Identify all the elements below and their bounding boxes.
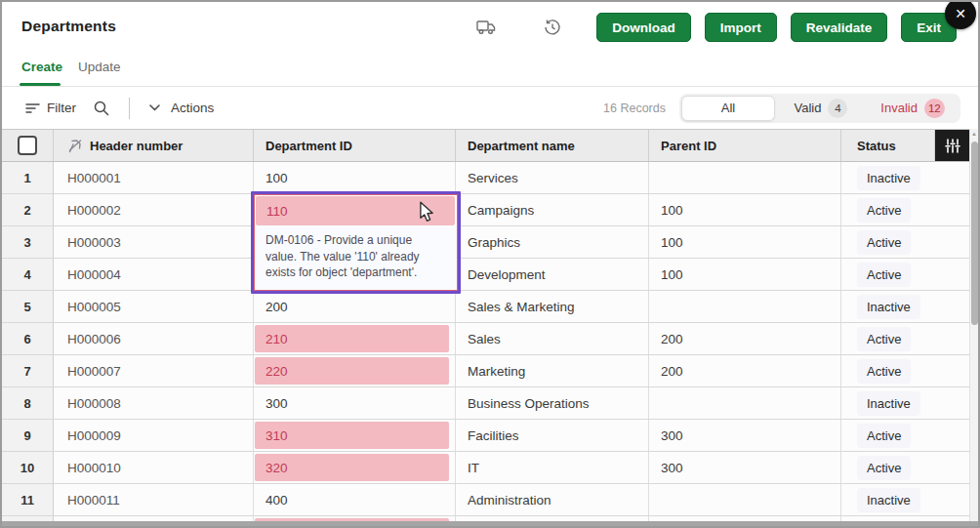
filter-valid[interactable]: Valid 4 [775,96,867,121]
cell-parent-id[interactable]: 100 [649,259,841,290]
tab-create[interactable]: Create [21,60,62,74]
cell-header-number[interactable]: H000007 [54,355,254,386]
filter-all[interactable]: All [681,96,775,121]
cell-department-name[interactable]: Business Operations [456,387,649,419]
cell-parent-id[interactable]: 300 [649,420,841,451]
cell-department-name[interactable]: Services [456,162,649,193]
cell-header-number[interactable]: H000008 [54,387,254,419]
cell-status[interactable]: Inactive [841,484,969,515]
column-parent-id[interactable]: Parent ID [649,130,841,161]
cell-header-number[interactable]: H000002 [54,194,254,225]
cell-department-id[interactable]: 200 [254,291,456,322]
vertical-scrollbar-thumb[interactable] [971,142,978,325]
invalid-count-badge: 12 [924,99,945,118]
select-all-checkbox[interactable] [18,136,37,155]
status-badge: Active [857,263,911,287]
cell-department-name[interactable]: Marketing [456,355,649,386]
vertical-scrollbar[interactable]: ▲ [969,129,978,521]
cell-status[interactable]: Active [841,259,969,290]
cell-status[interactable]: Inactive [841,291,969,322]
cell-parent-id[interactable]: 100 [649,194,841,225]
status-badge: Inactive [857,166,920,190]
scroll-up-arrow[interactable]: ▲ [970,131,978,137]
cell-department-id[interactable]: 220 [254,355,456,386]
cell-status[interactable]: Active [841,323,969,354]
column-status[interactable]: Status [841,130,935,161]
row-number: 2 [2,194,54,225]
table-row: 4 H000004 Development 100 Active [2,259,969,291]
cell-department-name[interactable]: Sales & Marketing [456,291,649,322]
truck-icon[interactable] [475,17,497,38]
cell-department-id[interactable]: 400 [254,484,456,515]
horizontal-scrollbar[interactable] [2,521,978,526]
column-department-id[interactable]: Department ID [254,130,456,161]
cell-parent-id[interactable] [649,162,841,193]
cell-department-id[interactable]: 310 [254,420,456,451]
cell-department-name[interactable]: IT [456,452,649,483]
validation-error-message: DM-0106 - Provide a unique value. The va… [255,225,457,290]
actions-menu-button[interactable]: Actions [149,101,214,115]
row-number: 5 [2,291,54,322]
column-settings-button[interactable] [935,130,969,161]
cell-header-number[interactable]: H000006 [54,323,254,354]
cell-status[interactable]: Active [841,194,969,225]
cell-department-name[interactable]: Administration [456,484,649,515]
chevron-down-icon [149,104,160,111]
cell-header-number[interactable]: H000011 [54,484,254,515]
cell-parent-id[interactable]: 100 [649,226,841,258]
cell-status[interactable]: Active [841,226,969,258]
cell-header-number[interactable]: H000003 [54,226,254,258]
invalid-department-id-cell[interactable]: 110 [256,196,455,225]
filter-invalid[interactable]: Invalid 12 [867,96,959,121]
cell-parent-id[interactable]: 200 [649,355,841,386]
cell-status[interactable]: Inactive [841,162,969,193]
valid-count-badge: 4 [828,99,847,118]
cell-parent-id[interactable]: 300 [649,452,841,483]
cell-department-name[interactable]: Graphics [456,226,649,258]
tab-update[interactable]: Update [78,60,121,74]
history-icon[interactable] [542,17,563,38]
table-row: 10 H000010 320 IT 300 Active [2,452,969,484]
row-number: 3 [2,226,54,258]
cell-department-id[interactable]: 100 [254,162,456,193]
column-header-number[interactable]: Header number [54,130,254,161]
cell-department-id[interactable]: 320 [254,452,456,483]
cell-header-number[interactable]: H000001 [54,162,254,193]
cell-department-name[interactable]: Sales [456,323,649,354]
cell-status[interactable]: Active [841,452,969,483]
column-department-name[interactable]: Department name [456,130,649,161]
cell-header-number[interactable]: H000004 [54,259,254,290]
cell-parent-id[interactable] [649,387,841,419]
close-icon: ✕ [955,6,966,21]
page-title: Departments [21,18,116,35]
cell-department-name[interactable]: Development [456,259,649,290]
cell-parent-id[interactable] [649,291,841,322]
cell-header-number[interactable]: H000009 [54,420,254,451]
table-row: 5 H000005 200 Sales & Marketing Inactive [2,291,969,323]
import-button[interactable]: Import [705,13,777,42]
row-number: 8 [2,387,54,419]
toolbar-divider [129,98,130,119]
cell-status[interactable]: Active [841,355,969,386]
cell-parent-id[interactable] [649,484,841,515]
cell-header-number[interactable]: H000005 [54,291,254,322]
row-number: 6 [2,323,54,354]
cell-header-number[interactable]: H000010 [54,452,254,483]
row-number: 7 [2,355,54,386]
cell-department-id[interactable]: 210 [254,323,456,354]
cell-department-name[interactable]: Campaigns [456,194,649,225]
filter-button[interactable]: Filter [25,101,76,115]
download-button[interactable]: Download [596,13,691,42]
cell-status[interactable]: Active [841,420,969,451]
revalidate-button[interactable]: Revalidate [791,13,888,42]
active-tab-indicator [20,83,61,86]
cell-department-name[interactable]: Facilities [456,420,649,451]
cell-department-id[interactable]: 300 [254,387,456,419]
cell-status[interactable]: Inactive [841,387,969,419]
validation-error-popup: 110 DM-0106 - Provide a unique value. Th… [251,191,461,294]
status-badge: Active [857,424,911,448]
cell-parent-id[interactable]: 200 [649,323,841,354]
search-button[interactable] [94,101,109,116]
table-row: 11 H000011 400 Administration Inactive [2,484,969,516]
top-bar-actions: Download Import Revalidate Exit [475,12,957,43]
